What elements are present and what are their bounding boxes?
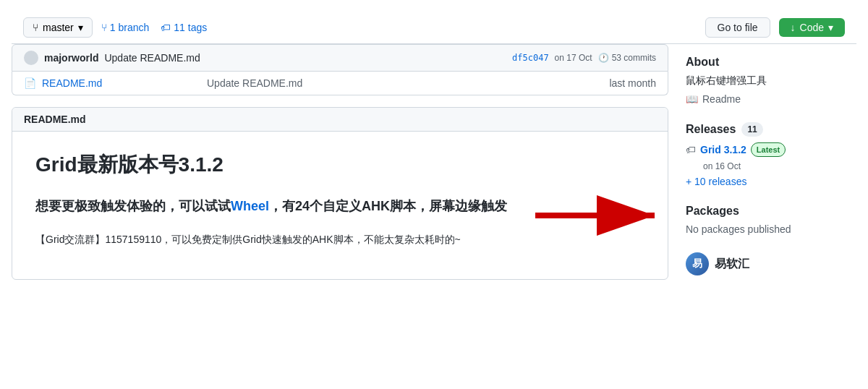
wheel-link[interactable]: Wheel [231,199,269,213]
no-packages-text: No packages published [686,223,845,235]
branch-selector[interactable]: ⑂ master ▾ [23,17,93,38]
commit-author[interactable]: majorworld [44,52,98,64]
main-layout: majorworld Update README.md df5c047 on 1… [12,44,856,287]
goto-file-button[interactable]: Go to file [705,17,770,38]
commit-row: majorworld Update README.md df5c047 on 1… [12,44,668,72]
readme-body: Grid最新版本号3.1.2 想要更极致触发体验的，可以试试Wheel，有24个… [12,132,668,279]
file-name[interactable]: README.md [42,77,201,89]
release-date: on 16 Oct [703,161,741,171]
readme-link-label: Readme [702,93,741,105]
commit-date: on 17 Oct [555,53,592,63]
release-item: 🏷 Grid 3.1.2 Latest [686,142,845,157]
branch-name: master [43,22,74,33]
readme-link[interactable]: 📖 Readme [686,93,845,105]
releases-count-badge: 11 [741,122,762,137]
releases-title: Releases [686,123,736,136]
meta-links: ⑂ 1 branch 🏷 11 tags [101,22,207,33]
tags-count-text: 11 tags [174,22,207,33]
commit-message: Update README.md [104,52,200,64]
watermark-text: 易软汇 [715,257,749,272]
readme-main-title: Grid最新版本号3.1.2 [35,149,644,181]
file-commit-message: Update README.md [207,77,603,89]
file-time: last month [609,77,656,89]
chevron-down-icon: ▾ [828,22,833,33]
sidebar: About 鼠标右键增强工具 📖 Readme Releases 11 🏷 [668,44,856,287]
about-description: 鼠标右键增强工具 [686,74,845,87]
branch-count-text: 1 branch [110,22,149,33]
code-button[interactable]: ↓ Code ▾ [779,18,845,37]
tags-link[interactable]: 🏷 11 tags [161,22,207,33]
latest-badge: Latest [751,142,786,157]
readme-para1-suffix: ，有24个自定义AHK脚本，屏幕边缘触发 [269,199,507,213]
code-label: Code [800,22,824,33]
packages-section: Packages No packages published [686,205,845,235]
commit-sha[interactable]: df5c047 [512,53,549,63]
file-table: 📄 README.md Update README.md last month [12,72,668,95]
readme-header: README.md [12,108,668,132]
readme-para1-prefix: 想要更极致触发体验的，可以试试 [35,199,231,213]
readme-title-label: README.md [24,114,86,125]
tag-icon: 🏷 [161,22,171,33]
readme-section: README.md Grid最新版本号3.1.2 想要更极致触发体验的，可以试试… [12,107,668,280]
repo-toolbar: ⑂ master ▾ ⑂ 1 branch 🏷 11 tags Go to fi… [12,12,856,44]
avatar [24,51,38,65]
branch-count-icon: ⑂ [101,22,107,33]
about-title: About [686,56,845,69]
book-icon: 📖 [686,93,698,105]
repo-content: majorworld Update README.md df5c047 on 1… [12,44,668,287]
commits-count-text: 53 commits [612,53,656,63]
readme-paragraph-2: 【Grid交流群】1157159110，可以免费定制供Grid快速触发的AHK脚… [35,231,644,247]
goto-file-label: Go to file [718,22,758,33]
packages-title: Packages [686,205,845,218]
download-icon: ↓ [791,22,796,33]
release-name[interactable]: Grid 3.1.2 [700,144,746,155]
watermark-icon: 易 [686,252,709,275]
watermark: 易 易软汇 [686,252,845,275]
branch-link[interactable]: ⑂ 1 branch [101,22,149,33]
releases-header: Releases 11 [686,122,845,137]
readme-paragraph-1: 想要更极致触发体验的，可以试试Wheel，有24个自定义AHK脚本，屏幕边缘触发 [35,196,644,217]
history-icon: 🕐 [598,53,609,63]
file-icon: 📄 [24,77,36,89]
tag-icon: 🏷 [686,144,696,155]
more-releases-link[interactable]: + 10 releases [686,176,845,187]
chevron-down-icon: ▾ [78,22,83,33]
releases-section: Releases 11 🏷 Grid 3.1.2 Latest on 16 Oc… [686,122,845,187]
branch-icon: ⑂ [33,22,38,33]
table-row: 📄 README.md Update README.md last month [12,72,668,95]
commits-count: 🕐 53 commits [598,53,656,63]
about-section: About 鼠标右键增强工具 📖 Readme [686,56,845,105]
